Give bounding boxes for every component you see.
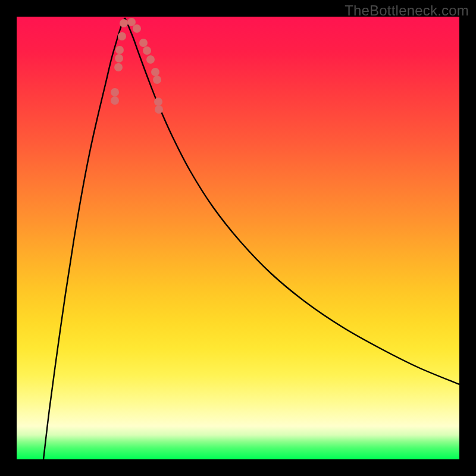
left-branch-curve	[43, 18, 125, 459]
right-branch-curve	[125, 18, 459, 384]
data-point-marker	[133, 24, 141, 33]
data-point-marker	[115, 54, 123, 62]
data-point-marker	[146, 55, 155, 64]
data-point-marker	[155, 105, 163, 114]
data-point-marker	[115, 46, 124, 54]
data-point-marker	[139, 39, 148, 47]
data-point-marker	[120, 19, 128, 27]
curve-layer	[17, 17, 459, 459]
data-point-marker	[111, 88, 119, 96]
data-point-marker	[111, 96, 119, 105]
curve-group	[43, 18, 459, 459]
data-point-marker	[127, 18, 136, 26]
watermark-text: TheBottleneck.com	[345, 2, 469, 19]
plot-area	[17, 17, 459, 459]
data-point-marker	[114, 63, 123, 71]
chart-container: TheBottleneck.com	[0, 0, 476, 476]
data-point-marker	[153, 76, 161, 84]
data-point-marker	[151, 68, 159, 76]
data-point-marker	[118, 32, 126, 40]
data-point-marker	[154, 98, 162, 106]
data-point-marker	[143, 46, 151, 55]
